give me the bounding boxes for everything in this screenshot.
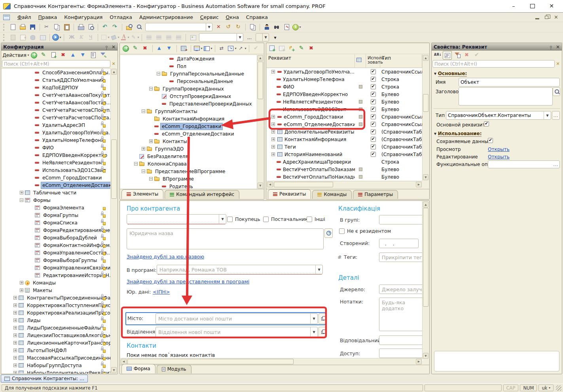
search-input[interactable]	[432, 60, 555, 68]
tree-item[interactable]: СтатьяДДСПоУмолчанию	[2, 76, 110, 84]
add-standard-attribute-button[interactable]	[287, 44, 296, 53]
panels-button[interactable]: ▾	[203, 44, 212, 53]
print-preview-button[interactable]	[86, 23, 95, 32]
align-right-button[interactable]	[164, 33, 173, 42]
edit-button[interactable]	[297, 44, 306, 53]
source-field[interactable]	[379, 285, 423, 294]
branch-field[interactable]: ▼	[155, 327, 318, 337]
chevron-down-icon[interactable]: ▾	[245, 47, 246, 50]
use-checkbox[interactable]	[371, 77, 376, 82]
duplicates-legal-link[interactable]: Знайдено дублі за юр.назвою	[127, 254, 204, 260]
open-button[interactable]	[18, 23, 27, 32]
tree-item[interactable]: +ЛидыПрисоединенныеФайлы	[2, 324, 110, 332]
tree-item[interactable]: ПерсональныеДанные	[120, 77, 257, 85]
table-row[interactable]: НеЯвляетсяРезидентомБулево	[267, 98, 422, 106]
use-checkbox[interactable]	[371, 122, 376, 127]
tree-item[interactable]: −ГруппаПерсональныеДанные	[120, 70, 257, 77]
scroll-down-icon[interactable]: ▼	[423, 174, 428, 180]
undo-button[interactable]	[100, 23, 110, 32]
expand-icon[interactable]: +	[20, 281, 23, 285]
table-row[interactable]: +eComm_ГородДоставкиСправочникСсылка	[267, 113, 422, 121]
legal-name-input[interactable]	[127, 229, 323, 249]
menu-Правка[interactable]: Правка	[35, 13, 61, 21]
responsible-field[interactable]	[379, 335, 423, 345]
scrollbar-thumb[interactable]	[423, 94, 428, 112]
tree-item[interactable]: +МассоваяРассылкаПрисоединенн…	[2, 354, 110, 362]
chevron-down-icon[interactable]: ▼	[310, 327, 317, 337]
edit-button[interactable]	[39, 51, 48, 60]
legal-name-field[interactable]	[127, 228, 324, 249]
tree-item[interactable]: ФИО	[2, 144, 110, 151]
tree-item[interactable]: ЕДРПОУВведенКорректно	[2, 151, 110, 159]
maximize-button[interactable]	[528, 3, 537, 9]
type-more-button[interactable]: ...	[552, 111, 560, 120]
tree-item[interactable]: −ПредставлениеВПрограмме	[120, 168, 257, 175]
new-document-button[interactable]	[8, 23, 17, 32]
tree-item[interactable]: +НаборыДополнительныхРеквизит…	[2, 369, 110, 373]
collapse-icon[interactable]: −	[20, 198, 23, 202]
tree-item[interactable]: РедактированиеИсторииН…	[2, 271, 110, 279]
line-color-button[interactable]: ▾	[130, 33, 139, 42]
tree-item[interactable]: УдалитьДоговорПоУмолча…	[2, 129, 110, 136]
config-window-button[interactable]	[18, 33, 27, 42]
collapse-icon[interactable]: −	[142, 109, 145, 113]
source-input[interactable]	[379, 285, 423, 294]
column-header-icon[interactable]	[355, 55, 366, 68]
scroll-down-icon[interactable]: ▼	[258, 183, 263, 188]
language-selector[interactable]: uk ▾	[538, 384, 554, 391]
chevron-down-icon[interactable]: ▾	[59, 36, 61, 39]
copy-add-button[interactable]	[49, 51, 58, 60]
chevron-down-icon[interactable]: ▾	[235, 47, 236, 50]
expand-icon[interactable]: +	[271, 115, 275, 119]
table-row[interactable]: +eComm_ОтделениеДоставкиСправочникСсылка	[267, 121, 422, 128]
table-row[interactable]: ФИОСтрока	[267, 83, 422, 90]
tree-item[interactable]: БезРазделителя	[120, 153, 257, 160]
contragent-input[interactable]	[127, 215, 219, 224]
form-table-button[interactable]	[179, 44, 188, 53]
scroll-down-icon[interactable]: ▼	[423, 353, 428, 359]
tree-item[interactable]: СчетУчетаАвансовПостав…	[2, 99, 110, 106]
city-open-button[interactable]	[318, 313, 327, 324]
resize-button[interactable]: ▾	[227, 44, 237, 53]
fill-color-button[interactable]: ▾	[110, 33, 119, 42]
use-checkbox[interactable]	[371, 99, 376, 104]
in-program-input[interactable]	[157, 265, 315, 274]
tab-form[interactable]: Форма	[121, 364, 155, 373]
chevron-down-icon[interactable]: ▼	[219, 215, 226, 224]
info-button[interactable]: ▾	[292, 23, 301, 32]
access-field[interactable]	[379, 349, 423, 358]
clear-search-icon[interactable]: ✕	[555, 61, 561, 66]
scrollbar-thumb[interactable]	[127, 359, 294, 364]
pin-icon[interactable]	[106, 46, 108, 48]
show-categories-button[interactable]	[443, 51, 452, 60]
menu-Сервис[interactable]: Сервис	[197, 13, 222, 21]
expand-icon[interactable]: +	[271, 70, 275, 74]
tree-item[interactable]: +ЛьготыПоНДФЛ	[2, 347, 110, 354]
swap-button[interactable]	[218, 44, 227, 53]
tree-item[interactable]: −КолонкаСправа	[120, 160, 257, 168]
expand-icon[interactable]: +	[271, 153, 275, 156]
search-combo[interactable]: ▼	[145, 23, 212, 31]
access-input[interactable]	[379, 349, 423, 358]
tree-item[interactable]: УдалитьАдресЭП	[2, 121, 110, 129]
chevron-down-icon[interactable]: ▾	[299, 25, 301, 29]
align-left-button[interactable]	[144, 33, 154, 42]
section-main[interactable]: Основные:	[434, 71, 467, 76]
scroll-up-icon[interactable]: ▲	[258, 55, 263, 61]
collapse-icon[interactable]: −	[149, 177, 153, 181]
mentor-button[interactable]	[262, 23, 271, 32]
contragent-combo[interactable]: ▼	[127, 214, 226, 224]
chevron-down-icon[interactable]: ▾	[201, 47, 202, 50]
table-row[interactable]: +ДополнительныеРеквизиты(СправочникТабли…	[267, 128, 422, 136]
scrollbar-vertical[interactable]: ▲ ▼	[422, 201, 429, 359]
search-button[interactable]	[135, 23, 144, 32]
tree-item[interactable]: +КорректировкаПоступленияПрисо…	[2, 302, 110, 309]
collapse-icon[interactable]: −	[142, 170, 145, 173]
open-window-button[interactable]: Справочник Контрагенты: …	[1, 375, 88, 383]
ipn-link[interactable]: <ІПН>	[153, 289, 170, 295]
scrollbar-horizontal[interactable]: ◀ ▶	[120, 358, 422, 365]
group-field[interactable]	[379, 215, 423, 224]
copy-button[interactable]	[52, 23, 61, 32]
expand-icon[interactable]: +	[20, 191, 23, 194]
tree-item[interactable]: ФормаЭлемента	[2, 204, 110, 211]
